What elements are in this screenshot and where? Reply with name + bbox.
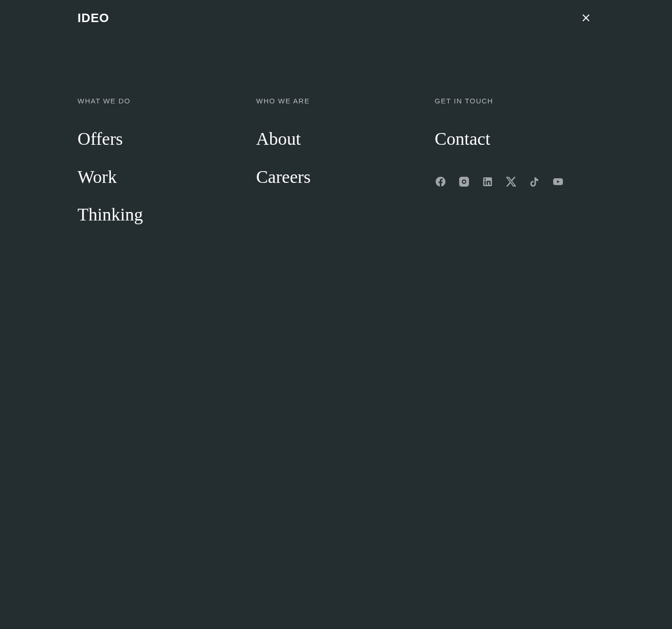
menu-column-what-we-do: WHAT WE DO Offers Work Thinking <box>78 97 237 242</box>
nav-link-work[interactable]: Work <box>78 166 237 188</box>
logo[interactable]: IDEO <box>78 11 109 25</box>
nav-link-offers[interactable]: Offers <box>78 128 237 150</box>
nav-link-thinking[interactable]: Thinking <box>78 204 237 226</box>
x-icon <box>505 176 517 188</box>
social-row <box>435 176 594 188</box>
menu-column-get-in-touch: GET IN TOUCH Contact <box>435 97 594 242</box>
social-link-instagram[interactable] <box>458 176 470 188</box>
column-heading: GET IN TOUCH <box>435 97 594 105</box>
nav-link-contact[interactable]: Contact <box>435 128 594 150</box>
column-heading: WHO WE ARE <box>256 97 416 105</box>
youtube-icon <box>552 176 564 188</box>
social-link-x[interactable] <box>505 176 517 188</box>
nav-link-about[interactable]: About <box>256 128 416 150</box>
facebook-icon <box>435 176 446 188</box>
menu-grid: WHAT WE DO Offers Work Thinking WHO WE A… <box>78 97 594 242</box>
column-heading: WHAT WE DO <box>78 97 237 105</box>
menu-column-who-we-are: WHO WE ARE About Careers <box>256 97 416 242</box>
social-link-facebook[interactable] <box>435 176 446 188</box>
social-link-youtube[interactable] <box>552 176 564 188</box>
close-button[interactable] <box>578 9 594 26</box>
linkedin-icon <box>482 176 493 188</box>
tiktok-icon <box>529 176 540 188</box>
nav-link-careers[interactable]: Careers <box>256 166 416 188</box>
social-link-linkedin[interactable] <box>482 176 493 188</box>
social-link-tiktok[interactable] <box>529 176 540 188</box>
instagram-icon <box>458 176 470 188</box>
close-icon <box>581 13 591 23</box>
